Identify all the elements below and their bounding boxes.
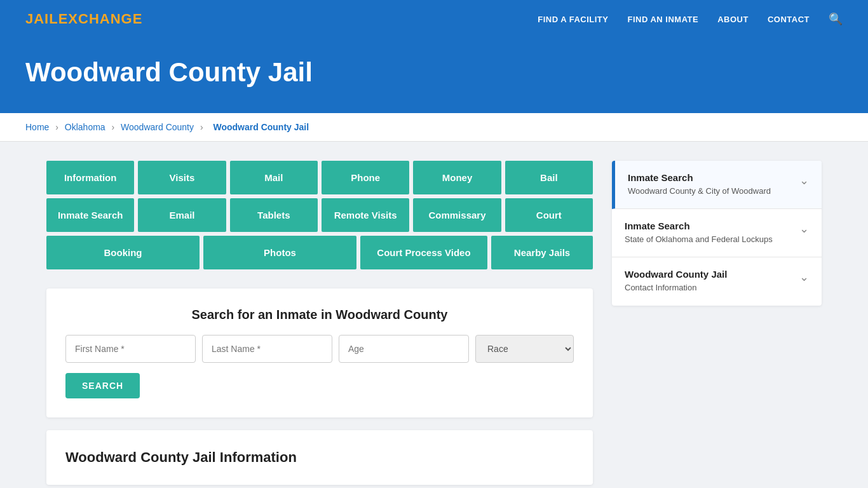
content-left: Information Visits Mail Phone Money Bail… [46, 161, 593, 485]
search-fields: Race White Black Hispanic Asian Native A… [65, 335, 574, 363]
chevron-down-icon-contact: ⌄ [799, 270, 809, 284]
page-title: Woodward County Jail [25, 57, 843, 88]
breadcrumb-sep-1: › [55, 122, 58, 132]
btn-booking[interactable]: Booking [46, 236, 200, 269]
chevron-down-icon-oklahoma: ⌄ [799, 222, 809, 236]
sidebar-item-text-woodward: Inmate Search Woodward County & City of … [628, 172, 771, 197]
logo-exchange: EXCHANGE [58, 11, 143, 27]
sidebar-item-subtitle-woodward: Woodward County & City of Woodward [628, 186, 771, 197]
inmate-search-panel: Search for an Inmate in Woodward County … [46, 288, 593, 417]
breadcrumb-current: Woodward County Jail [213, 122, 309, 132]
info-section-title: Woodward County Jail Information [65, 449, 574, 466]
breadcrumb-oklahoma[interactable]: Oklahoma [65, 122, 105, 132]
nav-contact[interactable]: CONTACT [768, 15, 810, 24]
breadcrumb: Home › Oklahoma › Woodward County › Wood… [0, 113, 868, 142]
breadcrumb-home[interactable]: Home [25, 122, 49, 132]
sidebar-item-inmate-search-woodward[interactable]: Inmate Search Woodward County & City of … [612, 161, 822, 209]
sidebar-item-subtitle-contact: Contact Information [625, 282, 727, 294]
btn-inmate-search[interactable]: Inmate Search [46, 198, 134, 232]
btn-bail[interactable]: Bail [505, 161, 593, 194]
sidebar-card: Inmate Search Woodward County & City of … [612, 161, 822, 306]
hero-banner: Woodward County Jail [0, 38, 868, 113]
last-name-input[interactable] [202, 335, 332, 363]
sidebar-item-contact-info[interactable]: Woodward County Jail Contact Information… [612, 257, 822, 305]
nav-about[interactable]: ABOUT [717, 15, 749, 24]
btn-tablets[interactable]: Tablets [230, 198, 318, 232]
info-section: Woodward County Jail Information [46, 430, 593, 485]
nav-search-button[interactable]: 🔍 [829, 12, 843, 26]
right-sidebar: Inmate Search Woodward County & City of … [612, 161, 822, 306]
btn-money[interactable]: Money [413, 161, 501, 194]
btn-visits[interactable]: Visits [138, 161, 226, 194]
sidebar-item-text-contact: Woodward County Jail Contact Information [625, 269, 727, 294]
btn-remote-visits[interactable]: Remote Visits [322, 198, 409, 232]
age-input[interactable] [339, 335, 469, 363]
sidebar-item-title-woodward: Inmate Search [628, 172, 771, 183]
breadcrumb-woodward-county[interactable]: Woodward County [121, 122, 194, 132]
sidebar-item-text-oklahoma: Inmate Search State of Oklahoma and Fede… [625, 220, 773, 245]
nav-find-inmate[interactable]: FIND AN INMATE [627, 15, 698, 24]
btn-phone[interactable]: Phone [322, 161, 409, 194]
sidebar-item-subtitle-oklahoma: State of Oklahoma and Federal Lockups [625, 234, 773, 245]
sidebar-item-title-contact: Woodward County Jail [625, 269, 727, 280]
main-nav: FIND A FACILITY FIND AN INMATE ABOUT CON… [538, 12, 843, 26]
main-wrapper: Information Visits Mail Phone Money Bail… [21, 142, 847, 488]
nav-find-facility[interactable]: FIND A FACILITY [538, 15, 608, 24]
search-submit-button[interactable]: SEARCH [65, 373, 140, 398]
first-name-input[interactable] [65, 335, 196, 363]
btn-nearby-jails[interactable]: Nearby Jails [491, 236, 593, 269]
btn-email[interactable]: Email [138, 198, 226, 232]
btn-court-process-video[interactable]: Court Process Video [360, 236, 487, 269]
btn-information[interactable]: Information [46, 161, 134, 194]
category-button-grid: Information Visits Mail Phone Money Bail… [46, 161, 593, 269]
chevron-down-icon-woodward: ⌄ [799, 173, 809, 187]
logo-jail: JAIL [25, 11, 58, 27]
btn-mail[interactable]: Mail [230, 161, 318, 194]
btn-commissary[interactable]: Commissary [413, 198, 501, 232]
btn-court[interactable]: Court [505, 198, 593, 232]
search-panel-title: Search for an Inmate in Woodward County [65, 308, 574, 322]
race-select[interactable]: Race White Black Hispanic Asian Native A… [475, 335, 574, 363]
sidebar-item-title-oklahoma: Inmate Search [625, 220, 773, 231]
sidebar-item-inmate-search-oklahoma[interactable]: Inmate Search State of Oklahoma and Fede… [612, 209, 822, 257]
btn-photos[interactable]: Photos [203, 236, 356, 269]
breadcrumb-sep-3: › [200, 122, 203, 132]
breadcrumb-sep-2: › [112, 122, 115, 132]
site-logo[interactable]: JAILEXCHANGE [25, 11, 142, 27]
